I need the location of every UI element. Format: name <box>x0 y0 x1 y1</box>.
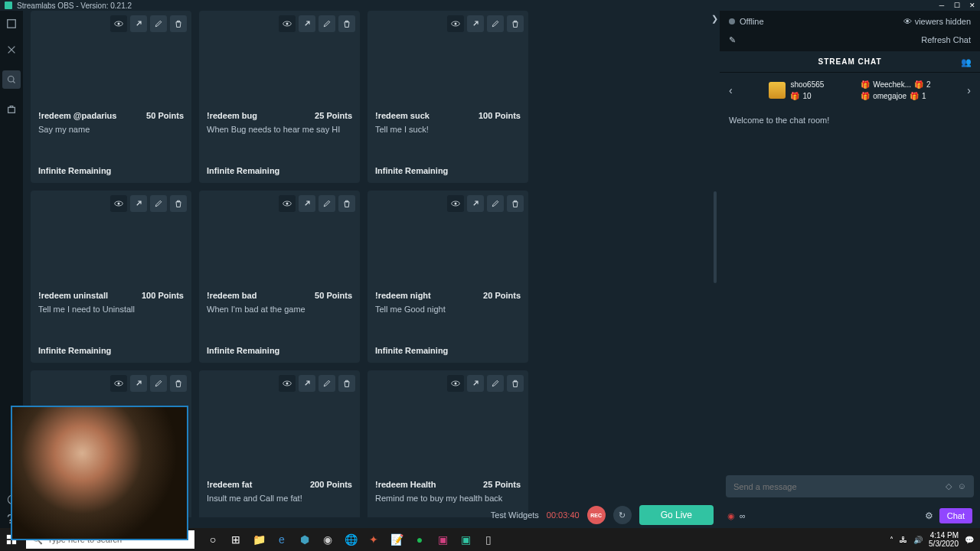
replay-buffer-button[interactable]: ↻ <box>613 506 632 524</box>
refresh-chat-link[interactable]: Refresh Chat <box>921 35 971 45</box>
svg-point-14 <box>455 203 457 205</box>
task-app1-icon[interactable]: ⬢ <box>294 528 315 551</box>
card-edit-icon[interactable] <box>150 15 167 32</box>
chat-settings-icon[interactable]: ⚙ <box>925 510 933 521</box>
dashboard-icon[interactable] <box>2 70 21 89</box>
card-command: !redeem fat <box>207 480 252 489</box>
task-cortana-icon[interactable]: ○ <box>202 528 224 551</box>
card-view-icon[interactable] <box>447 15 464 32</box>
card-points: 25 Points <box>483 480 521 489</box>
tray-notifications-icon[interactable]: 💬 <box>965 536 974 544</box>
card-delete-icon[interactable] <box>170 195 187 212</box>
close-button[interactable]: ✕ <box>965 0 980 11</box>
bits-icon[interactable]: ◇ <box>946 481 952 491</box>
gift-next-icon[interactable]: › <box>967 84 971 96</box>
chat-send-button[interactable]: Chat <box>939 508 972 523</box>
go-live-button[interactable]: Go Live <box>639 505 714 525</box>
card-delete-icon[interactable] <box>338 375 355 392</box>
svg-point-4 <box>118 23 120 25</box>
gift-prev-icon[interactable]: ‹ <box>729 84 733 96</box>
card-edit-icon[interactable] <box>318 15 335 32</box>
card-command: !redeem suck <box>375 111 430 120</box>
card-view-icon[interactable] <box>279 375 296 392</box>
card-link-icon[interactable] <box>467 15 484 32</box>
task-chrome-icon[interactable]: 🌐 <box>340 528 361 551</box>
tray-volume-icon[interactable]: 🔊 <box>913 536 923 544</box>
card-edit-icon[interactable] <box>487 195 504 212</box>
card-delete-icon[interactable] <box>507 15 524 32</box>
task-view-icon[interactable]: ⊞ <box>225 528 247 551</box>
card-link-icon[interactable] <box>299 15 315 32</box>
editor-icon[interactable] <box>6 18 17 29</box>
card-link-icon[interactable] <box>130 375 147 392</box>
task-slobs-icon[interactable]: ▣ <box>455 528 476 551</box>
card-link-icon[interactable] <box>130 15 147 32</box>
card-edit-icon[interactable] <box>150 375 167 392</box>
card-link-icon[interactable] <box>130 195 147 212</box>
card-delete-icon[interactable] <box>170 15 187 32</box>
card-link-icon[interactable] <box>299 195 315 212</box>
window-title: Streamlabs OBS - Version: 0.21.2 <box>17 2 132 10</box>
card-view-icon[interactable] <box>447 375 464 392</box>
card-view-icon[interactable] <box>110 15 127 32</box>
task-edge-icon[interactable]: e <box>271 528 292 551</box>
card-view-icon[interactable] <box>279 15 296 32</box>
test-widgets-link[interactable]: Test Widgets <box>491 510 539 520</box>
svg-point-1 <box>8 77 15 83</box>
edit-icon[interactable]: ✎ <box>729 35 736 45</box>
task-explorer-icon[interactable]: 📁 <box>248 528 270 551</box>
chat-welcome: Welcome to the chat room! <box>729 116 829 125</box>
collapse-right-icon[interactable]: ❯ <box>711 14 718 24</box>
task-spotify-icon[interactable]: ● <box>409 528 430 551</box>
card-remaining: Infinite Remaining <box>199 166 360 183</box>
chat-header: Offline 👁viewers hidden <box>720 11 980 32</box>
store-icon[interactable] <box>6 104 17 115</box>
card-delete-icon[interactable] <box>170 375 187 392</box>
card-delete-icon[interactable] <box>507 195 524 212</box>
card-link-icon[interactable] <box>299 375 315 392</box>
tray-clock[interactable]: 4:14 PM 5/3/2020 <box>929 531 959 548</box>
viewers-hidden[interactable]: 👁viewers hidden <box>903 17 971 26</box>
svg-point-10 <box>118 203 120 205</box>
card-view-icon[interactable] <box>279 195 296 212</box>
emote-icon[interactable]: ☺ <box>958 481 966 491</box>
system-tray: ˄ 🖧 🔊 4:14 PM 5/3/2020 💬 <box>890 531 980 548</box>
tray-up-icon[interactable]: ˄ <box>890 536 893 544</box>
card-view-icon[interactable] <box>110 375 127 392</box>
card-delete-icon[interactable] <box>338 195 355 212</box>
card-view-icon[interactable] <box>447 195 464 212</box>
channel-points[interactable]: ◉∞ <box>727 511 746 521</box>
chat-input-container: ◇ ☺ <box>726 475 974 497</box>
community-icon[interactable]: 👥 <box>961 57 972 67</box>
maximize-button[interactable]: ☐ <box>949 0 965 11</box>
record-button[interactable]: REC <box>587 506 606 524</box>
card-link-icon[interactable] <box>467 375 484 392</box>
minimize-button[interactable]: ─ <box>934 0 949 11</box>
task-steam-icon[interactable]: ◉ <box>317 528 338 551</box>
card-description: When Bug needs to hear me say HI <box>207 125 352 135</box>
tray-network-icon[interactable]: 🖧 <box>900 536 907 544</box>
card-command: !redeem night <box>375 291 431 300</box>
reward-card: !redeem night 20 Points Tell me Good nig… <box>368 191 528 363</box>
bottom-controls: Test Widgets 00:03:40 REC ↻ Go Live <box>491 505 714 525</box>
card-edit-icon[interactable] <box>318 195 335 212</box>
themes-icon[interactable] <box>6 44 17 55</box>
task-app2-icon[interactable]: ✦ <box>363 528 384 551</box>
card-edit-icon[interactable] <box>487 15 504 32</box>
task-app3-icon[interactable]: ▣ <box>432 528 453 551</box>
card-edit-icon[interactable] <box>150 195 167 212</box>
window-controls: ─ ☐ ✕ <box>934 0 980 11</box>
chat-input[interactable] <box>733 482 946 491</box>
card-delete-icon[interactable] <box>507 375 524 392</box>
card-edit-icon[interactable] <box>318 375 335 392</box>
card-delete-icon[interactable] <box>338 15 355 32</box>
card-remaining: Infinite Remaining <box>368 166 528 183</box>
card-view-icon[interactable] <box>110 195 127 212</box>
card-edit-icon[interactable] <box>487 375 504 392</box>
card-points: 100 Points <box>479 111 521 120</box>
svg-rect-0 <box>8 20 16 28</box>
task-notes-icon[interactable]: 📝 <box>386 528 407 551</box>
task-app4-icon[interactable]: ▯ <box>478 528 499 551</box>
card-points: 50 Points <box>146 111 184 120</box>
card-link-icon[interactable] <box>467 195 484 212</box>
